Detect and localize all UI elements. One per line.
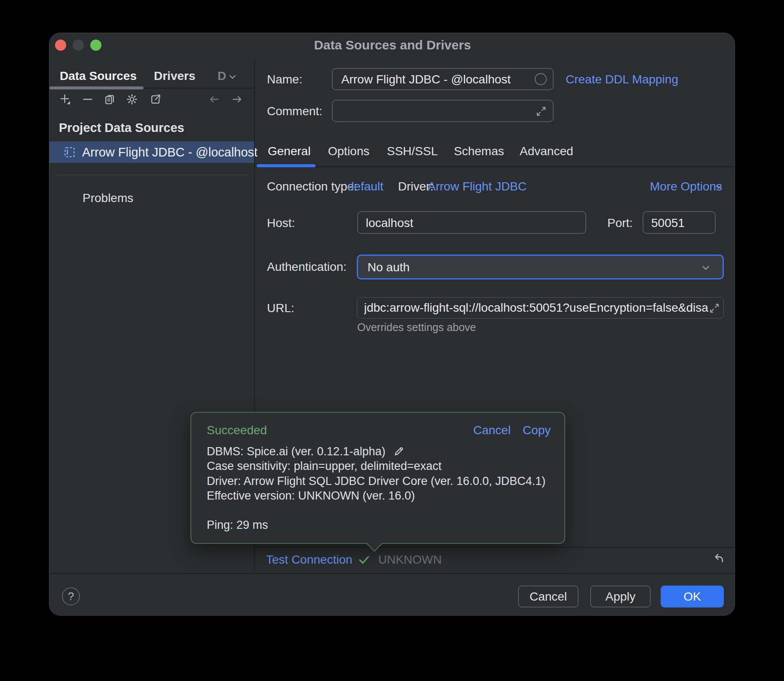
driver-link[interactable]: Arrow Flight JDBC [428,180,527,193]
project-data-sources-header: Project Data Sources [59,121,184,135]
popup-case-line: Case sensitivity: plain=upper, delimited… [207,459,441,473]
host-label: Host: [267,216,295,230]
port-input[interactable]: 50051 [643,211,716,234]
tab-options[interactable]: Options [328,144,370,158]
tab-data-sources[interactable]: Data Sources [60,69,137,83]
add-data-source-button[interactable] [59,93,72,106]
popup-driver-line: Driver: Arrow Flight SQL JDBC Driver Cor… [207,474,545,488]
remove-data-source-button[interactable] [81,93,94,106]
sidebar-separator [55,175,248,175]
url-input[interactable]: jdbc:arrow-flight-sql://localhost:50051?… [357,297,724,319]
popup-dbms-line: DBMS: Spice.ai (ver. 0.12.1-alpha) [207,445,405,458]
active-tab-underline [49,86,144,89]
authentication-value: No auth [368,261,410,274]
test-connection-link[interactable]: Test Connection [266,553,352,567]
active-tab-indicator [257,164,315,167]
name-input[interactable]: Arrow Flight JDBC - @localhost [332,68,554,90]
host-input-value: localhost [366,216,413,230]
tab-drivers[interactable]: Drivers [154,69,196,83]
tab-ssh-ssl[interactable]: SSH/SSL [387,144,438,158]
popup-version-line: Effective version: UNKNOWN (ver. 16.0) [207,489,415,503]
more-options-link[interactable]: More Options [650,180,722,193]
comment-input[interactable] [332,100,554,122]
url-label: URL: [267,301,294,315]
authentication-dropdown[interactable]: No auth [357,255,724,279]
open-in-new-icon[interactable] [149,93,162,106]
gear-icon[interactable] [126,93,138,106]
name-input-value: Arrow Flight JDBC - @localhost [341,73,511,86]
data-source-name: Arrow Flight JDBC - @localhost [82,145,257,159]
test-strip-border [254,547,735,548]
authentication-label: Authentication: [267,260,346,274]
name-progress-circle-icon [535,73,547,85]
back-arrow-icon[interactable] [208,93,220,106]
tab-row-border [254,166,735,167]
popup-ping-line: Ping: 29 ms [207,518,268,532]
tabstrip-divider [144,88,254,89]
comment-label: Comment: [267,104,322,118]
list-item-arrow-flight-jdbc[interactable]: Arrow Flight JDBC - @localhost [49,141,254,163]
test-result-text: UNKNOWN [378,553,442,567]
expand-url-icon[interactable] [709,303,720,314]
tab-overflow-chevron-down-icon[interactable] [227,72,238,82]
port-label: Port: [607,216,633,230]
dialog-title: Data Sources and Drivers [49,38,735,52]
name-label: Name: [267,73,302,86]
expand-comment-icon[interactable] [536,106,547,117]
sidebar-item-problems[interactable]: Problems [83,191,133,205]
forward-arrow-icon[interactable] [231,93,244,106]
popup-dbms-text: DBMS: Spice.ai (ver. 0.12.1-alpha) [207,445,386,458]
data-sources-dialog: Data Sources and Drivers Data Sources Dr… [49,33,735,616]
create-ddl-mapping-link[interactable]: Create DDL Mapping [566,73,678,86]
cancel-button[interactable]: Cancel [518,586,579,607]
popup-status: Succeeded [207,423,267,437]
port-input-value: 50051 [651,216,685,230]
ok-button[interactable]: OK [661,586,724,607]
footer-border [49,573,735,574]
popup-cancel-link[interactable]: Cancel [473,423,511,437]
tab-schemas[interactable]: Schemas [454,144,504,158]
help-button[interactable]: ? [62,587,80,605]
url-input-value: jdbc:arrow-flight-sql://localhost:50051?… [364,301,712,315]
revert-undo-icon[interactable] [712,552,726,566]
popup-copy-link[interactable]: Copy [523,423,551,437]
tab-general[interactable]: General [268,144,311,158]
connection-type-value[interactable]: default [347,180,383,193]
more-options-chevron-down-icon[interactable] [714,182,723,192]
success-check-icon [358,553,371,566]
tab-advanced[interactable]: Advanced [520,144,573,158]
url-hint: Overrides settings above [357,320,476,334]
auth-chevron-down-icon [700,262,711,273]
duplicate-button[interactable] [103,93,116,106]
host-input[interactable]: localhost [357,211,586,234]
connection-type-label: Connection type: [267,180,357,193]
tab-ddl-truncated[interactable]: D [217,69,227,83]
edit-pencil-icon[interactable] [393,445,405,457]
apply-button[interactable]: Apply [590,586,651,607]
data-source-icon [63,146,76,159]
